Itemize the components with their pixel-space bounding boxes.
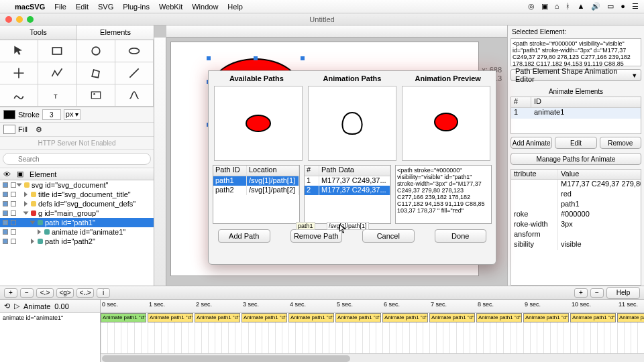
timeline-scrollbar[interactable]	[101, 353, 644, 362]
eye-icon[interactable]: 👁	[0, 170, 13, 178]
timeline-segment[interactable]: Animate path1 "d"	[195, 313, 240, 322]
selection-handle[interactable]	[207, 56, 211, 60]
status-icon[interactable]: ▣	[541, 2, 548, 11]
polyline-tool[interactable]	[38, 62, 76, 84]
tree-row[interactable]: svg id="svg_document"	[0, 180, 154, 190]
table-row[interactable]: path1/svg[1]/path[1]	[213, 176, 299, 186]
remove-animate-button[interactable]: Remove	[600, 137, 641, 149]
minimize-button[interactable]	[16, 16, 23, 23]
selected-element-source[interactable]: <path stroke="#000000" visibility="visib…	[511, 38, 641, 66]
add-animate-button[interactable]: Add Animate	[511, 137, 552, 149]
line-tool[interactable]	[115, 62, 154, 84]
timeline-segment[interactable]: Animate path1 "d"	[429, 313, 475, 322]
selection-handle[interactable]	[254, 56, 258, 60]
timeline-segment[interactable]: Animate path1 "d"	[148, 313, 193, 322]
tab-elements[interactable]: Elements	[77, 25, 154, 40]
done-button[interactable]: Done	[435, 229, 487, 243]
curve-tool[interactable]	[115, 84, 154, 107]
tree-row[interactable]: path id="path2"	[0, 237, 154, 246]
info-button[interactable]: i	[97, 288, 110, 298]
cancel-button[interactable]: Cancel	[362, 229, 415, 243]
attribute-row[interactable]: ansform	[511, 230, 641, 240]
menu-plugins[interactable]: Plug-ins	[123, 3, 150, 11]
edit-animate-button[interactable]: Edit	[555, 137, 596, 149]
selection-handle[interactable]	[301, 56, 305, 60]
timeline-segment[interactable]: Animate path1 "d"	[570, 313, 616, 322]
arrow-tool[interactable]	[0, 40, 38, 62]
stroke-unit-select[interactable]: px ▾	[64, 109, 80, 120]
tree-row[interactable]: animate id="animate1"	[0, 227, 154, 237]
remove-button[interactable]: −	[20, 288, 34, 298]
timeline-segment[interactable]: Animate path1 "d"	[241, 313, 287, 322]
timeline-segment[interactable]: Animate path1 "d"	[288, 313, 334, 322]
fill-color-swatch[interactable]	[3, 125, 15, 134]
attribute-row[interactable]: roke-width3px	[511, 220, 641, 230]
timeline-ruler[interactable]: 0 sec.1 sec.2 sec.3 sec.4 sec.5 sec.6 se…	[101, 300, 644, 313]
animation-paths-table[interactable]: #Path Data 1M177,37 C249,37...2M177,37 C…	[304, 165, 391, 224]
timeline-tracks[interactable]: Animate path1 "d"Animate path1 "d"Animat…	[101, 313, 644, 353]
timeline-track-label[interactable]: animate id="animate1"	[0, 313, 100, 362]
timeline-segment[interactable]: Animate path1 "d"	[476, 313, 522, 322]
wifi-icon[interactable]: ▲	[577, 2, 584, 11]
attributes-table[interactable]: ttributeValue M177,37 C249,37 279,80...r…	[511, 169, 641, 286]
ungroup-button[interactable]: <..>	[76, 288, 94, 298]
table-row[interactable]: path2/svg[1]/path[2]	[213, 186, 299, 195]
status-icon[interactable]: ◎	[528, 2, 535, 11]
attribute-row[interactable]: red	[511, 190, 641, 200]
gear-icon[interactable]: ⚙	[36, 125, 42, 134]
attribute-row[interactable]: sibilityvisible	[511, 240, 641, 250]
stroke-width-input[interactable]	[42, 109, 61, 120]
crosshair-tool[interactable]	[0, 62, 38, 84]
lock-icon[interactable]: ▣	[13, 170, 27, 178]
play-icon[interactable]: ▷	[14, 302, 19, 310]
editor-mode-dropdown[interactable]: Path Element Shape Animation Editor▾	[511, 69, 641, 81]
attribute-row[interactable]: path1	[511, 200, 641, 210]
animate-elements-table[interactable]: #ID 1animate1	[511, 97, 641, 134]
menu-svg[interactable]: SVG	[98, 3, 113, 11]
path-tool[interactable]	[0, 84, 38, 107]
timeline-segment[interactable]: Animate path1 "d"	[335, 313, 381, 322]
timeline-segment[interactable]: Animate path1 "d"	[101, 313, 146, 322]
add-button[interactable]: +	[4, 288, 17, 298]
app-menu[interactable]: macSVG	[15, 3, 45, 11]
remove-attr-button[interactable]: −	[590, 288, 604, 298]
timeline-segment[interactable]: Animate path1 "d"	[523, 313, 569, 322]
user-icon[interactable]: ●	[621, 2, 625, 11]
help-button[interactable]: Help	[606, 287, 640, 299]
group-button[interactable]: <g>	[56, 288, 74, 298]
table-row[interactable]: 1M177,37 C249,37...	[305, 176, 390, 186]
add-attr-button[interactable]: +	[574, 288, 588, 298]
manage-paths-button[interactable]: Manage Paths for Animate	[511, 153, 641, 165]
volume-icon[interactable]: 🔊	[591, 2, 600, 11]
menu-edit[interactable]: Edit	[76, 3, 89, 11]
scrollbar-thumb[interactable]	[102, 355, 350, 362]
attribute-row[interactable]: roke#000000	[511, 210, 641, 220]
spotlight-icon[interactable]: ☰	[632, 2, 639, 11]
image-tool[interactable]	[77, 84, 115, 107]
bluetooth-icon[interactable]: ᚼ	[566, 2, 570, 11]
element-tree[interactable]: svg id="svg_document"title id="svg_docum…	[0, 180, 154, 286]
timeline-segment[interactable]: Animate path1 "d"	[617, 313, 644, 322]
rewind-icon[interactable]: ⟲	[4, 302, 10, 310]
menu-help[interactable]: Help	[227, 3, 243, 11]
polygon-tool[interactable]	[77, 62, 115, 84]
ellipse-tool[interactable]	[115, 40, 154, 62]
tree-row[interactable]: defs id="svg_document_defs"	[0, 199, 154, 208]
attribute-row[interactable]: M177,37 C249,37 279,80...	[511, 180, 641, 190]
menu-webkit[interactable]: WebKit	[159, 3, 182, 11]
tree-row[interactable]: g id="main_group"	[0, 208, 154, 218]
rect-tool[interactable]	[38, 40, 76, 62]
timeline-segment[interactable]: Animate path1 "d"	[382, 313, 428, 322]
text-tool[interactable]: T	[38, 84, 76, 107]
remove-path-button[interactable]: Remove Path	[290, 229, 343, 243]
add-path-button[interactable]: Add Path	[218, 229, 270, 243]
search-input[interactable]	[3, 153, 151, 165]
stroke-color-swatch[interactable]	[3, 110, 15, 119]
zoom-button[interactable]	[27, 16, 34, 23]
close-button[interactable]	[5, 16, 12, 23]
table-row[interactable]: 2M177,37 C249,37...	[305, 186, 390, 195]
menu-file[interactable]: File	[54, 3, 66, 11]
tree-row[interactable]: title id="svg_document_title"	[0, 190, 154, 199]
menu-window[interactable]: Window	[192, 3, 218, 11]
wrap-button[interactable]: <.>	[36, 288, 54, 298]
